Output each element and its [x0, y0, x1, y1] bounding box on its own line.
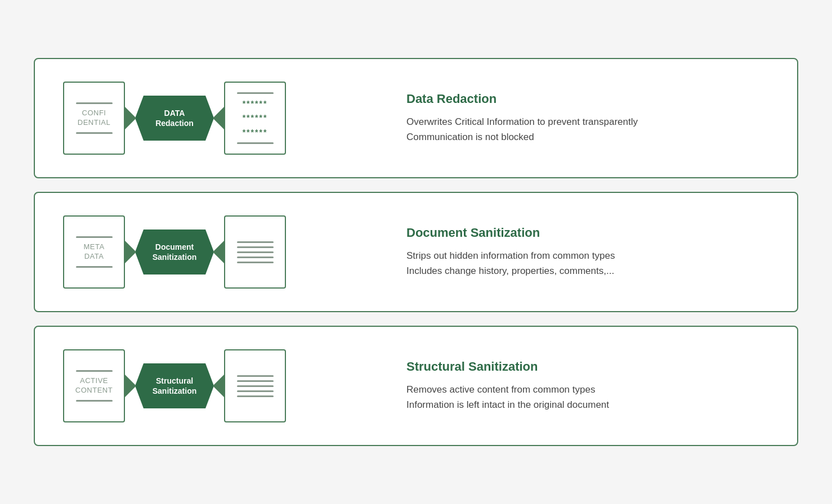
doc-line-4: [237, 256, 274, 258]
process-box-document-sanitization: DocumentSanitization: [135, 230, 214, 274]
diagram-data-redaction: CONFIDENTIAL DATARedaction ****** ******…: [63, 82, 378, 155]
desc-line2: Information is left intact in the origin…: [406, 399, 609, 410]
redacted-text-1: ******: [243, 98, 268, 110]
doc-line-1: [237, 241, 274, 243]
doc-lines-group: [237, 241, 274, 263]
desc-line1: Overwrites Critical Information to preve…: [406, 116, 638, 127]
doc-line-3: [237, 385, 274, 387]
desc-line1: Removes active content from common types: [406, 384, 595, 395]
info-desc-structural-sanitization: Removes active content from common types…: [406, 382, 769, 412]
desc-line2: Includes change history, properties, com…: [406, 266, 614, 276]
desc-line1: Strips out hidden information from commo…: [406, 250, 615, 261]
doc-line-bottom: [237, 142, 274, 144]
diagram-structural-sanitization: ACTIVECONTENT StructuralSanitization: [63, 349, 378, 422]
doc-right-clean: [224, 215, 286, 289]
desc-line2: Communication is not blocked: [406, 132, 534, 142]
doc-line: [76, 102, 113, 104]
doc-line: [76, 266, 113, 268]
doc-line-5: [237, 262, 274, 263]
doc-line-4: [237, 390, 274, 392]
card-document-sanitization: METADATA DocumentSanitization Document S…: [34, 192, 798, 312]
card-structural-sanitization: ACTIVECONTENT StructuralSanitization Str…: [34, 326, 798, 446]
doc-line: [76, 236, 113, 238]
doc-left-label: CONFIDENTIAL: [78, 109, 110, 128]
doc-line: [76, 370, 113, 372]
arrow-right-icon: [124, 240, 136, 264]
info-data-redaction: Data Redaction Overwrites Critical Infor…: [378, 92, 769, 145]
doc-right-redacted: ****** ****** ******: [224, 82, 286, 155]
info-title-structural-sanitization: Structural Sanitization: [406, 359, 769, 374]
arrow-left-icon: [213, 240, 225, 264]
doc-left-label: ACTIVECONTENT: [75, 376, 113, 395]
doc-line: [76, 400, 113, 402]
info-desc-data-redaction: Overwrites Critical Information to preve…: [406, 114, 769, 145]
info-structural-sanitization: Structural Sanitization Removes active c…: [378, 359, 769, 412]
doc-line-3: [237, 251, 274, 253]
arrow-right-icon: [124, 374, 136, 398]
doc-line: [76, 132, 113, 134]
redacted-lines: ****** ****** ******: [243, 98, 268, 138]
process-label: StructuralSanitization: [153, 376, 197, 396]
doc-left-confidential: CONFIDENTIAL: [63, 82, 125, 155]
process-label: DATARedaction: [155, 108, 194, 128]
info-title-data-redaction: Data Redaction: [406, 92, 769, 106]
process-box-structural-sanitization: StructuralSanitization: [135, 363, 214, 408]
doc-right-clean2: [224, 349, 286, 422]
doc-line-2: [237, 380, 274, 382]
process-box-data-redaction: DATARedaction: [135, 96, 214, 141]
process-label: DocumentSanitization: [153, 242, 197, 262]
diagram-document-sanitization: METADATA DocumentSanitization: [63, 215, 378, 289]
doc-line-1: [237, 375, 274, 377]
doc-left-active-content: ACTIVECONTENT: [63, 349, 125, 422]
info-desc-document-sanitization: Strips out hidden information from commo…: [406, 248, 769, 278]
info-document-sanitization: Document Sanitization Strips out hidden …: [378, 226, 769, 278]
card-data-redaction: CONFIDENTIAL DATARedaction ****** ******…: [34, 58, 798, 178]
doc-line-top: [237, 92, 274, 94]
doc-line-5: [237, 395, 274, 397]
doc-line-2: [237, 246, 274, 248]
doc-lines-group: [237, 375, 274, 397]
arrow-left-icon: [213, 374, 225, 398]
redacted-text-2: ******: [243, 112, 268, 124]
info-title-document-sanitization: Document Sanitization: [406, 226, 769, 240]
doc-left-metadata: METADATA: [63, 215, 125, 289]
arrow-left-icon: [213, 106, 225, 130]
doc-left-label: METADATA: [83, 242, 104, 262]
redacted-text-3: ******: [243, 127, 268, 138]
arrow-right-icon: [124, 106, 136, 130]
